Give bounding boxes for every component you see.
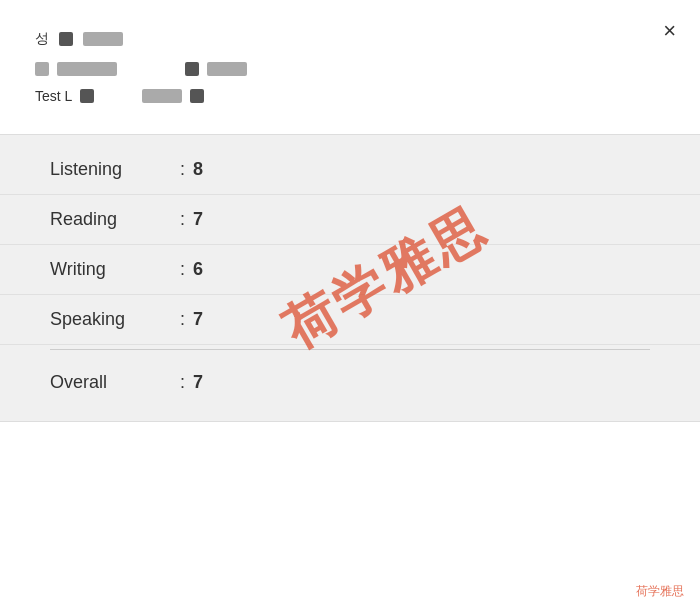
score-row-speaking: Speaking : 7 xyxy=(0,295,700,345)
score-row-listening: Listening : 8 xyxy=(0,145,700,195)
overall-value: 7 xyxy=(193,372,203,393)
watermark-logo: 荷学雅思 xyxy=(636,583,684,600)
speaking-value: 7 xyxy=(193,309,203,330)
name-row: 성 xyxy=(35,30,665,48)
top-section: 성 Test L xyxy=(0,0,700,124)
info-row-1 xyxy=(35,62,665,76)
close-button[interactable]: × xyxy=(663,20,676,42)
speaking-colon: : xyxy=(180,309,185,330)
redacted-name-1 xyxy=(59,32,73,46)
reading-label: Reading xyxy=(50,209,180,230)
listening-label: Listening xyxy=(50,159,180,180)
scores-section: 荷学雅思 Listening : 8 Reading : 7 Writing :… xyxy=(0,134,700,422)
redacted-info-1b xyxy=(57,62,117,76)
writing-colon: : xyxy=(180,259,185,280)
redacted-test-3 xyxy=(190,89,204,103)
reading-value: 7 xyxy=(193,209,203,230)
overall-label: Overall xyxy=(50,372,180,393)
reading-colon: : xyxy=(180,209,185,230)
overall-row: Overall : 7 xyxy=(0,354,700,411)
redacted-test-2 xyxy=(142,89,182,103)
redacted-info-1a xyxy=(35,62,49,76)
redacted-name-2 xyxy=(83,32,123,46)
overall-colon: : xyxy=(180,372,185,393)
test-label: Test L xyxy=(35,88,72,104)
listening-value: 8 xyxy=(193,159,203,180)
score-row-reading: Reading : 7 xyxy=(0,195,700,245)
writing-value: 6 xyxy=(193,259,203,280)
writing-label: Writing xyxy=(50,259,180,280)
redacted-info-1d xyxy=(207,62,247,76)
speaking-label: Speaking xyxy=(50,309,180,330)
score-row-writing: Writing : 6 xyxy=(0,245,700,295)
redacted-test-1 xyxy=(80,89,94,103)
divider xyxy=(50,349,650,350)
test-row: Test L xyxy=(35,88,665,104)
name-label: 성 xyxy=(35,30,49,48)
redacted-info-1c xyxy=(185,62,199,76)
listening-colon: : xyxy=(180,159,185,180)
